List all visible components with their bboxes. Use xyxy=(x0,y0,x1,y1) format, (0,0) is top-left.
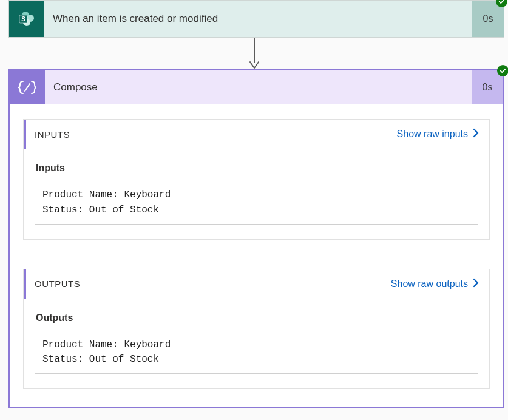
trigger-card[interactable]: S When an item is created or modified 0s xyxy=(8,0,504,38)
chevron-right-icon xyxy=(473,128,479,140)
svg-text:S: S xyxy=(21,16,25,22)
inputs-section-label: INPUTS xyxy=(35,129,70,140)
inputs-panel: INPUTS Show raw inputs Inputs Product Na… xyxy=(23,119,490,240)
data-operation-icon xyxy=(10,70,45,104)
sharepoint-icon: S xyxy=(9,1,44,37)
compose-header[interactable]: Compose 0s xyxy=(10,70,503,104)
chevron-right-icon xyxy=(473,278,479,290)
show-raw-outputs-link[interactable]: Show raw outputs xyxy=(391,278,479,290)
success-check-icon xyxy=(497,65,508,76)
outputs-value: Product Name: Keyboard Status: Out of St… xyxy=(35,331,478,374)
inputs-sub-label: Inputs xyxy=(36,163,478,174)
show-raw-outputs-label: Show raw outputs xyxy=(391,279,468,290)
show-raw-inputs-link[interactable]: Show raw inputs xyxy=(397,128,479,140)
inputs-value: Product Name: Keyboard Status: Out of St… xyxy=(35,181,478,225)
outputs-panel: OUTPUTS Show raw outputs Outputs Product… xyxy=(23,269,490,390)
show-raw-inputs-label: Show raw inputs xyxy=(397,129,468,140)
outputs-sub-label: Outputs xyxy=(36,313,478,323)
trigger-title: When an item is created or modified xyxy=(44,1,472,37)
compose-card[interactable]: Compose 0s INPUTS Show raw inputs Inputs xyxy=(8,69,504,408)
outputs-section-label: OUTPUTS xyxy=(35,279,80,289)
compose-title: Compose xyxy=(45,70,472,104)
compose-duration: 0s xyxy=(472,70,503,104)
flow-connector-arrow xyxy=(4,38,504,69)
